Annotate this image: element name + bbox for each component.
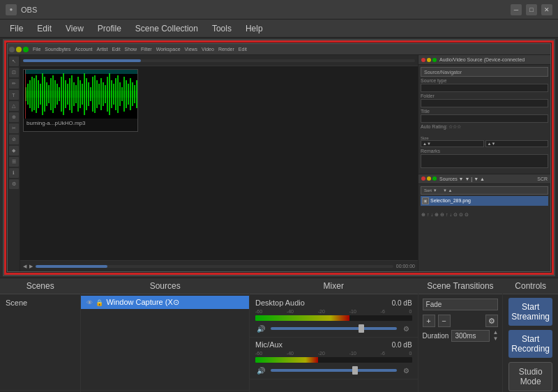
inner-right-top: Audio/Video Source (Device-connected Sou… xyxy=(418,55,550,174)
transition-settings-button[interactable]: ⚙ xyxy=(485,315,498,327)
transitions-panel: Scene Transitions Fade Cut Swipe Slide +… xyxy=(418,278,504,392)
menu-profile[interactable]: Profile xyxy=(91,21,128,36)
mixer-channel-mic-header: Mic/Aux 0.0 dB xyxy=(255,340,412,349)
minimize-button[interactable]: ─ xyxy=(511,4,522,15)
tool-pen[interactable]: ✏ xyxy=(9,79,19,89)
start-recording-button[interactable]: Start Recording xyxy=(508,330,552,358)
inner-body: ↖ ⊡ ✏ T △ ⊕ ✂ ⊘ ◆ ☰ ℹ ⚙ xyxy=(8,55,550,271)
scenes-panel-content: Scene xyxy=(0,294,80,390)
source-item-window-capture[interactable]: 👁 🔒 Window Capture (X⊙ xyxy=(81,296,249,309)
source-visibility-icon[interactable]: 👁 xyxy=(86,299,93,306)
mixer-panel-content: Desktop Audio 0.0 dB -60-40-20-10-60 🔊 ⚙ xyxy=(250,294,418,392)
svg-rect-56 xyxy=(25,70,26,119)
app-icon: ● xyxy=(6,4,17,15)
source-item-label: Window Capture (X⊙ xyxy=(106,298,179,307)
title-bar-controls: ─ □ ✕ xyxy=(511,4,552,15)
sources-panel-content: 👁 🔒 Window Capture (X⊙ xyxy=(81,294,249,390)
mixer-mic-controls: 🔊 ⚙ xyxy=(255,365,412,376)
menu-edit[interactable]: Edit xyxy=(30,21,59,36)
mixer-mic-thumb xyxy=(352,366,358,375)
tool-info[interactable]: ℹ xyxy=(9,168,19,178)
controls-panel-content: Start Streaming Start Recording Studio M… xyxy=(503,294,558,392)
waveform-svg xyxy=(24,70,137,119)
source-lock-icon[interactable]: 🔒 xyxy=(96,299,103,306)
tool-settings2[interactable]: ⚙ xyxy=(9,179,19,189)
menu-help[interactable]: Help xyxy=(239,21,270,36)
mixer-desktop-ticks: -60-40-20-10-60 xyxy=(255,309,412,314)
menu-tools[interactable]: Tools xyxy=(205,21,239,36)
inner-right-bottom: Sources ▼ ▼ | ▼ ▲ SCR Sort ▼ ▼ ▲ ▣ Selec… xyxy=(418,174,550,272)
mixer-desktop-slider[interactable] xyxy=(271,327,397,330)
inner-right-panel: Audio/Video Source (Device-connected Sou… xyxy=(418,55,550,271)
start-streaming-button[interactable]: Start Streaming xyxy=(508,298,552,326)
tool-razor[interactable]: ⊘ xyxy=(9,135,19,144)
inner-panel-header-bottom: Sources ▼ ▼ | ▼ ▲ SCR xyxy=(418,174,550,184)
preview-area: File Soundbytes Account Artist Edit Show… xyxy=(3,39,555,276)
transition-buttons-row: + − ⚙ xyxy=(423,315,499,327)
mixer-channel-mic: Mic/Aux 0.0 dB -60-40-20-10-60 🔊 ⚙ xyxy=(250,338,418,379)
menu-file[interactable]: File xyxy=(3,21,30,36)
studio-mode-button[interactable]: Studio Mode xyxy=(508,362,552,391)
title-bar-left: ● OBS xyxy=(6,4,37,15)
mixer-mic-mute[interactable]: 🔊 xyxy=(255,365,266,376)
controls-panel: Controls Start Streaming Start Recording… xyxy=(503,278,558,392)
mixer-desktop-fill xyxy=(255,315,349,321)
duration-label: Duration xyxy=(423,332,449,340)
svg-rect-55 xyxy=(25,91,137,98)
mixer-panel: Mixer Desktop Audio 0.0 dB -60-40-20-10-… xyxy=(250,278,418,392)
mixer-mic-slider[interactable] xyxy=(271,369,397,372)
sources-panel-title: Sources xyxy=(81,278,249,294)
transitions-panel-content: Fade Cut Swipe Slide + − ⚙ Duration ▲ ▼ xyxy=(418,294,503,392)
tool-hand[interactable]: ☰ xyxy=(9,157,19,167)
window-title: OBS xyxy=(21,6,37,14)
title-bar: ● OBS ─ □ ✕ xyxy=(0,0,558,20)
mixer-mic-db: 0.0 dB xyxy=(392,341,412,349)
svg-rect-57 xyxy=(25,70,137,74)
tool-select[interactable]: ⊡ xyxy=(9,68,19,77)
transition-type-select[interactable]: Fade Cut Swipe Slide xyxy=(423,299,499,310)
menu-bar: File Edit View Profile Scene Collection … xyxy=(0,20,558,38)
menu-scene-collection[interactable]: Scene Collection xyxy=(128,21,205,36)
mixer-mic-meter xyxy=(255,357,412,363)
mixer-desktop-name: Desktop Audio xyxy=(255,299,305,307)
bottom-panels: Scenes Scene + − ∧ ∨ Sources 👁 🔒 Window … xyxy=(0,278,558,392)
preview-inner: File Soundbytes Account Artist Edit Show… xyxy=(4,40,554,275)
tool-zoom[interactable]: ⊕ xyxy=(9,112,19,122)
transition-remove-button[interactable]: − xyxy=(438,315,451,327)
transitions-panel-title: Scene Transitions xyxy=(418,278,503,294)
mixer-mic-fill xyxy=(255,357,318,363)
inner-toolbar: ↖ ⊡ ✏ T △ ⊕ ✂ ⊘ ◆ ☰ ℹ ⚙ xyxy=(8,55,20,271)
mixer-desktop-settings[interactable]: ⚙ xyxy=(401,323,412,334)
inner-menubar: File Soundbytes Account Artist Edit Show… xyxy=(8,44,550,55)
mixer-desktop-mute[interactable]: 🔊 xyxy=(255,323,266,334)
mixer-desktop-thumb xyxy=(359,324,364,333)
menu-view[interactable]: View xyxy=(59,21,91,36)
mixer-desktop-db: 0.0 dB xyxy=(392,299,412,307)
inner-canvas-area: burning-a...pUkHO.mp3 ◀ ▶ 00:00:00 xyxy=(20,55,418,271)
mixer-channel-desktop: Desktop Audio 0.0 dB -60-40-20-10-60 🔊 ⚙ xyxy=(250,296,418,338)
mixer-channel-desktop-header: Desktop Audio 0.0 dB xyxy=(255,299,412,307)
scenes-panel: Scenes Scene + − ∧ ∨ xyxy=(0,278,81,392)
audio-filename: burning-a...pUkHO.mp3 xyxy=(24,119,137,128)
duration-row: Duration ▲ ▼ xyxy=(423,330,499,342)
mixer-mic-name: Mic/Aux xyxy=(255,340,282,349)
maximize-button[interactable]: □ xyxy=(526,4,537,15)
scene-item[interactable]: Scene xyxy=(0,296,80,310)
tool-shape[interactable]: △ xyxy=(9,101,19,111)
transition-add-button[interactable]: + xyxy=(423,315,435,327)
mixer-mic-settings[interactable]: ⚙ xyxy=(401,365,412,376)
tool-text[interactable]: T xyxy=(9,90,19,100)
duration-input[interactable] xyxy=(451,330,490,342)
tool-cut[interactable]: ✂ xyxy=(9,123,19,133)
scenes-panel-title: Scenes xyxy=(0,278,80,294)
inner-panel-header-top: Audio/Video Source (Device-connected xyxy=(418,55,550,65)
mixer-desktop-meter xyxy=(255,315,412,321)
mixer-mic-ticks: -60-40-20-10-60 xyxy=(255,351,412,356)
mixer-panel-title: Mixer xyxy=(250,278,418,294)
tool-marker[interactable]: ◆ xyxy=(9,146,19,156)
controls-panel-title: Controls xyxy=(503,278,558,294)
close-button[interactable]: ✕ xyxy=(541,4,552,15)
sources-panel: Sources 👁 🔒 Window Capture (X⊙ + − ⚙ ∧ ∨ xyxy=(81,278,250,392)
tool-cursor[interactable]: ↖ xyxy=(9,56,19,66)
inner-obs-window: File Soundbytes Account Artist Edit Show… xyxy=(7,43,551,272)
